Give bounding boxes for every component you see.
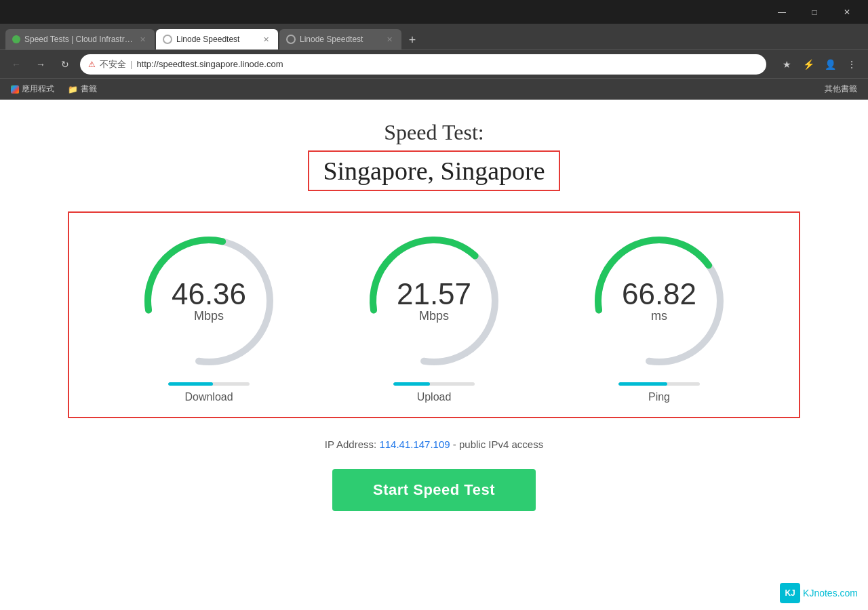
start-speed-test-button[interactable]: Start Speed Test [332, 469, 536, 511]
tab-title-1: Speed Tests | Cloud Infrastruc… [24, 35, 133, 44]
ip-suffix: - public IPv4 access [453, 439, 543, 450]
download-value: 46.36 [172, 279, 246, 309]
gauge-center-download: 46.36 Mbps [172, 279, 246, 323]
security-separator: | [130, 59, 132, 69]
tab-3[interactable]: Linode Speedtest ✕ [279, 29, 401, 49]
gauge-circle-download: 46.36 Mbps [134, 226, 283, 375]
ip-info: IP Address: 114.41.147.109 - public IPv4… [325, 439, 543, 450]
page-title: Speed Test: [384, 120, 484, 145]
tabs-bar: Speed Tests | Cloud Infrastruc… ✕ Linode… [0, 24, 868, 49]
back-button[interactable]: ← [7, 55, 26, 74]
bookmark-bookmarks[interactable]: 📁 書籤 [62, 81, 102, 97]
menu-button[interactable]: ⋮ [842, 55, 861, 74]
tab-2[interactable]: Linode Speedtest ✕ [156, 29, 278, 49]
gauge-download: 46.36 Mbps Download [114, 226, 304, 403]
apps-icon [11, 85, 19, 94]
gauge-center-ping: 66.82 ms [622, 279, 696, 323]
bookmarks-bar: 應用程式 📁 書籤 其他書籤 [0, 78, 868, 100]
gauge-center-upload: 21.57 Mbps [397, 279, 471, 323]
address-bar: ← → ↻ ⚠ 不安全 | http://speedtest.singapore… [0, 49, 868, 78]
ping-bar-fill [618, 382, 667, 386]
refresh-button[interactable]: ↻ [56, 55, 75, 74]
gauge-upload: 21.57 Mbps Upload [339, 226, 529, 403]
download-bar-fill [168, 382, 213, 386]
download-bar [168, 382, 250, 386]
window-controls: — □ ✕ [766, 2, 863, 22]
forward-button[interactable]: → [31, 55, 50, 74]
tab-close-3[interactable]: ✕ [384, 34, 395, 45]
upload-label: Upload [417, 391, 452, 403]
browser-chrome: — □ ✕ Speed Tests | Cloud Infrastruc… ✕ … [0, 0, 868, 100]
bookmark-star-button[interactable]: ★ [777, 55, 796, 74]
tab-title-3: Linode Speedtest [300, 35, 380, 44]
title-bar: — □ ✕ [0, 0, 868, 24]
watermark: KJ KJnotes.com [780, 583, 858, 603]
security-icon: ⚠ [88, 60, 96, 69]
close-button[interactable]: ✕ [831, 2, 863, 22]
bookmark-apps[interactable]: 應用程式 [5, 81, 60, 97]
new-tab-button[interactable]: + [403, 30, 422, 49]
bookmark-other[interactable]: 其他書籤 [819, 81, 863, 97]
ping-value: 66.82 [622, 279, 696, 309]
bookmark-other-label: 其他書籤 [825, 83, 857, 95]
maximize-button[interactable]: □ [799, 2, 830, 22]
watermark-icon: KJ [780, 583, 800, 603]
minimize-button[interactable]: — [766, 2, 797, 22]
gauges-container: 46.36 Mbps Download 21.57 Mbps [68, 211, 800, 418]
location-text: Singapore, Singapore [323, 157, 545, 185]
bookmark-apps-label: 應用程式 [22, 83, 54, 95]
ip-label: IP Address: [325, 439, 376, 450]
tab-1[interactable]: Speed Tests | Cloud Infrastruc… ✕ [5, 29, 155, 49]
watermark-text: KJnotes.com [803, 588, 858, 598]
profile-button[interactable]: 👤 [821, 55, 840, 74]
page-content: Speed Test: Singapore, Singapore 46.36 M… [0, 100, 868, 610]
tab-close-2[interactable]: ✕ [260, 34, 271, 45]
download-unit: Mbps [172, 309, 246, 323]
download-label: Download [184, 391, 233, 403]
upload-bar-fill [393, 382, 430, 386]
upload-value: 21.57 [397, 279, 471, 309]
security-label: 不安全 [100, 58, 126, 70]
bookmark-bookmarks-label: 書籤 [81, 83, 97, 95]
ping-label: Ping [648, 391, 670, 403]
address-url: http://speedtest.singapore.linode.com [136, 59, 758, 69]
tab-close-1[interactable]: ✕ [137, 34, 148, 45]
upload-unit: Mbps [397, 309, 471, 323]
ip-address: 114.41.147.109 [379, 439, 450, 450]
address-input-wrap[interactable]: ⚠ 不安全 | http://speedtest.singapore.linod… [80, 54, 766, 75]
location-box: Singapore, Singapore [308, 150, 559, 191]
address-actions: ★ ⚡ 👤 ⋮ [777, 55, 861, 74]
tab-favicon-2 [163, 35, 172, 44]
ping-unit: ms [622, 309, 696, 323]
gauge-ping: 66.82 ms Ping [564, 226, 754, 403]
gauge-circle-ping: 66.82 ms [585, 226, 734, 375]
extensions-button[interactable]: ⚡ [799, 55, 818, 74]
bookmarks-right: 其他書籤 [819, 81, 863, 97]
tab-favicon-3 [286, 35, 296, 44]
bookmark-folder-icon: 📁 [68, 85, 78, 94]
tab-title-2: Linode Speedtest [176, 35, 256, 44]
tab-favicon-1 [12, 35, 20, 43]
ping-bar [618, 382, 700, 386]
gauge-circle-upload: 21.57 Mbps [359, 226, 509, 375]
upload-bar [393, 382, 475, 386]
